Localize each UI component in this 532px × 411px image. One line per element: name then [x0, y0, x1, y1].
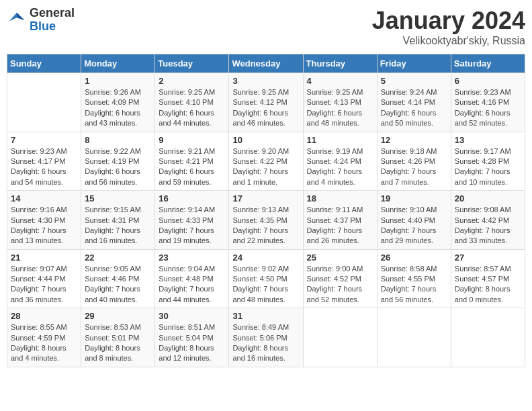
daylight-text: Daylight: 6 hours and 48 minutes.	[307, 108, 373, 129]
sunrise-text: Sunrise: 9:21 AM	[159, 146, 225, 156]
sunrise-text: Sunrise: 9:25 AM	[232, 87, 299, 97]
sunrise-text: Sunrise: 8:51 AM	[159, 322, 225, 332]
day-number: 23	[159, 253, 225, 263]
calendar-week-row: 28 Sunrise: 8:55 AM Sunset: 4:59 PM Dayl…	[7, 308, 525, 367]
day-number: 19	[381, 193, 447, 203]
sunrise-text: Sunrise: 9:22 AM	[85, 146, 151, 156]
sunrise-text: Sunrise: 8:58 AM	[381, 264, 447, 274]
table-row	[303, 308, 377, 367]
table-row	[7, 73, 81, 132]
day-number: 22	[85, 253, 151, 263]
day-info: Sunrise: 9:04 AM Sunset: 4:48 PM Dayligh…	[159, 264, 225, 306]
day-number: 15	[85, 193, 151, 203]
day-info: Sunrise: 9:26 AM Sunset: 4:09 PM Dayligh…	[85, 87, 151, 129]
day-number: 16	[159, 193, 225, 203]
sunset-text: Sunset: 4:40 PM	[381, 216, 447, 226]
sunrise-text: Sunrise: 9:07 AM	[11, 264, 77, 274]
table-row: 14 Sunrise: 9:16 AM Sunset: 4:30 PM Dayl…	[7, 191, 81, 250]
table-row: 12 Sunrise: 9:18 AM Sunset: 4:26 PM Dayl…	[377, 132, 451, 191]
table-row: 4 Sunrise: 9:25 AM Sunset: 4:13 PM Dayli…	[303, 73, 377, 132]
col-tuesday: Tuesday	[155, 54, 229, 73]
sunset-text: Sunset: 4:09 PM	[85, 97, 151, 107]
calendar-week-row: 1 Sunrise: 9:26 AM Sunset: 4:09 PM Dayli…	[7, 73, 525, 132]
calendar-week-row: 7 Sunrise: 9:23 AM Sunset: 4:17 PM Dayli…	[7, 132, 525, 191]
sunrise-text: Sunrise: 9:00 AM	[307, 264, 373, 274]
sunrise-text: Sunrise: 9:13 AM	[232, 205, 299, 215]
sunset-text: Sunset: 4:26 PM	[381, 156, 447, 167]
sunset-text: Sunset: 4:22 PM	[232, 156, 299, 167]
table-row: 2 Sunrise: 9:25 AM Sunset: 4:10 PM Dayli…	[155, 73, 229, 132]
table-row: 19 Sunrise: 9:10 AM Sunset: 4:40 PM Dayl…	[377, 191, 451, 250]
sunrise-text: Sunrise: 9:24 AM	[381, 87, 447, 97]
day-info: Sunrise: 9:22 AM Sunset: 4:19 PM Dayligh…	[85, 146, 151, 188]
day-info: Sunrise: 9:02 AM Sunset: 4:50 PM Dayligh…	[232, 264, 299, 306]
logo-icon	[7, 10, 27, 30]
day-info: Sunrise: 9:13 AM Sunset: 4:35 PM Dayligh…	[232, 205, 299, 246]
sunrise-text: Sunrise: 8:57 AM	[455, 264, 521, 274]
logo: General Blue	[7, 7, 75, 34]
sunset-text: Sunset: 5:06 PM	[232, 333, 299, 343]
table-row: 17 Sunrise: 9:13 AM Sunset: 4:35 PM Dayl…	[229, 191, 303, 250]
sunset-text: Sunset: 4:59 PM	[11, 333, 77, 343]
table-row: 5 Sunrise: 9:24 AM Sunset: 4:14 PM Dayli…	[377, 73, 451, 132]
day-number: 31	[232, 311, 299, 321]
day-number: 24	[232, 253, 299, 263]
daylight-text: Daylight: 7 hours and 48 minutes.	[232, 284, 299, 305]
day-info: Sunrise: 9:11 AM Sunset: 4:37 PM Dayligh…	[307, 205, 373, 246]
day-number: 3	[232, 76, 299, 86]
daylight-text: Daylight: 7 hours and 19 minutes.	[159, 226, 225, 246]
daylight-text: Daylight: 6 hours and 44 minutes.	[159, 108, 225, 129]
daylight-text: Daylight: 7 hours and 29 minutes.	[381, 226, 447, 246]
sunset-text: Sunset: 4:19 PM	[85, 156, 151, 167]
table-row	[451, 308, 525, 367]
sunrise-text: Sunrise: 8:53 AM	[85, 322, 151, 332]
day-info: Sunrise: 9:20 AM Sunset: 4:22 PM Dayligh…	[232, 146, 299, 188]
daylight-text: Daylight: 7 hours and 26 minutes.	[307, 226, 373, 246]
sunset-text: Sunset: 4:17 PM	[11, 156, 77, 167]
daylight-text: Daylight: 7 hours and 36 minutes.	[11, 284, 77, 305]
day-info: Sunrise: 9:00 AM Sunset: 4:52 PM Dayligh…	[307, 264, 373, 306]
sunrise-text: Sunrise: 9:20 AM	[232, 146, 299, 156]
sunrise-text: Sunrise: 9:02 AM	[232, 264, 299, 274]
day-number: 11	[307, 135, 373, 145]
sunrise-text: Sunrise: 9:23 AM	[455, 87, 521, 97]
table-row: 16 Sunrise: 9:14 AM Sunset: 4:33 PM Dayl…	[155, 191, 229, 250]
table-row: 13 Sunrise: 9:17 AM Sunset: 4:28 PM Dayl…	[451, 132, 525, 191]
sunset-text: Sunset: 4:35 PM	[232, 216, 299, 226]
day-info: Sunrise: 9:14 AM Sunset: 4:33 PM Dayligh…	[159, 205, 225, 246]
title-block: January 2024 Velikooktyabr'skiy, Russia	[372, 7, 525, 47]
sunset-text: Sunset: 4:30 PM	[11, 216, 77, 226]
table-row: 31 Sunrise: 8:49 AM Sunset: 5:06 PM Dayl…	[229, 308, 303, 367]
sunrise-text: Sunrise: 9:17 AM	[455, 146, 521, 156]
day-info: Sunrise: 9:17 AM Sunset: 4:28 PM Dayligh…	[455, 146, 521, 188]
day-info: Sunrise: 9:15 AM Sunset: 4:31 PM Dayligh…	[85, 205, 151, 246]
col-sunday: Sunday	[7, 54, 81, 73]
sunrise-text: Sunrise: 9:05 AM	[85, 264, 151, 274]
day-number: 13	[455, 135, 521, 145]
sunrise-text: Sunrise: 9:26 AM	[85, 87, 151, 97]
calendar-subtitle: Velikooktyabr'skiy, Russia	[372, 35, 525, 47]
sunset-text: Sunset: 4:46 PM	[85, 274, 151, 284]
col-monday: Monday	[81, 54, 155, 73]
day-info: Sunrise: 9:10 AM Sunset: 4:40 PM Dayligh…	[381, 205, 447, 246]
sunrise-text: Sunrise: 9:15 AM	[85, 205, 151, 215]
sunset-text: Sunset: 4:44 PM	[11, 274, 77, 284]
col-saturday: Saturday	[451, 54, 525, 73]
table-row: 23 Sunrise: 9:04 AM Sunset: 4:48 PM Dayl…	[155, 249, 229, 308]
sunset-text: Sunset: 4:50 PM	[232, 274, 299, 284]
day-info: Sunrise: 8:57 AM Sunset: 4:57 PM Dayligh…	[455, 264, 521, 306]
day-info: Sunrise: 9:25 AM Sunset: 4:13 PM Dayligh…	[307, 87, 373, 129]
sunset-text: Sunset: 4:24 PM	[307, 156, 373, 167]
day-info: Sunrise: 9:19 AM Sunset: 4:24 PM Dayligh…	[307, 146, 373, 188]
day-number: 10	[232, 135, 299, 145]
table-row: 1 Sunrise: 9:26 AM Sunset: 4:09 PM Dayli…	[81, 73, 155, 132]
table-row: 28 Sunrise: 8:55 AM Sunset: 4:59 PM Dayl…	[7, 308, 81, 367]
daylight-text: Daylight: 7 hours and 22 minutes.	[232, 226, 299, 246]
col-wednesday: Wednesday	[229, 54, 303, 73]
daylight-text: Daylight: 6 hours and 52 minutes.	[455, 108, 521, 129]
daylight-text: Daylight: 6 hours and 59 minutes.	[159, 167, 225, 187]
day-info: Sunrise: 9:23 AM Sunset: 4:17 PM Dayligh…	[11, 146, 77, 188]
sunrise-text: Sunrise: 9:19 AM	[307, 146, 373, 156]
sunset-text: Sunset: 4:37 PM	[307, 216, 373, 226]
day-number: 9	[159, 135, 225, 145]
